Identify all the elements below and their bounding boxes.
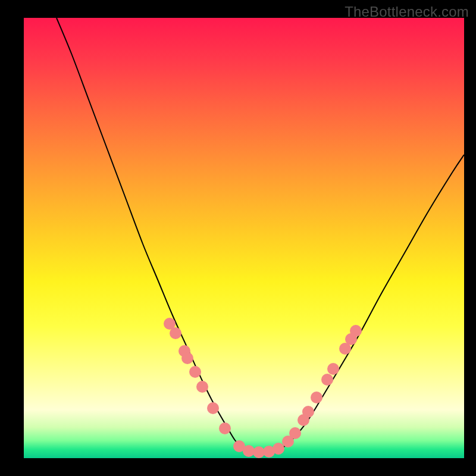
marker-dot <box>181 352 193 364</box>
marker-dot <box>170 327 181 339</box>
marker-dot <box>311 392 322 403</box>
marker-dot <box>196 381 208 393</box>
marker-dot <box>350 325 362 337</box>
marker-dot <box>302 406 314 418</box>
marker-dot <box>289 427 301 439</box>
marker-dot <box>253 446 265 458</box>
bottleneck-line <box>57 18 464 453</box>
bottleneck-curve <box>24 18 464 458</box>
marker-dot <box>321 374 333 386</box>
marker-dot <box>273 443 284 455</box>
marker-dot <box>207 402 219 414</box>
plot-area <box>24 18 464 458</box>
marker-dot <box>243 445 255 457</box>
marker-dot <box>189 366 201 378</box>
marker-dot <box>219 422 231 434</box>
marker-dot <box>327 363 339 375</box>
chart-frame: TheBottleneck.com <box>0 0 476 476</box>
